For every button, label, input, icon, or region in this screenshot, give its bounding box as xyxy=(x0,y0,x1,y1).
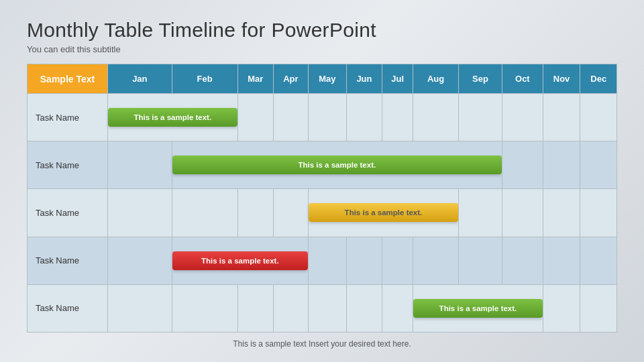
empty-cell xyxy=(108,189,172,237)
empty-cell xyxy=(502,94,543,141)
task-name-cell: Task Name xyxy=(28,94,108,141)
header-sample-text: Sample Text xyxy=(28,64,108,94)
empty-cell xyxy=(580,141,617,189)
empty-cell xyxy=(543,141,580,189)
empty-cell xyxy=(273,284,308,332)
empty-cell xyxy=(382,237,413,284)
header-apr: Apr xyxy=(273,64,308,94)
task-bar: This is a sample text. xyxy=(172,251,308,270)
bar-cell: This is a sample text. xyxy=(108,94,238,141)
table-row: Task NameThis is a sample text. xyxy=(28,237,617,284)
empty-cell xyxy=(237,189,273,237)
header-may: May xyxy=(308,64,346,94)
empty-cell xyxy=(580,189,617,237)
empty-cell xyxy=(108,237,172,284)
empty-cell xyxy=(346,284,382,332)
header-aug: Aug xyxy=(413,64,459,94)
empty-cell xyxy=(382,284,413,332)
header-jul: Jul xyxy=(382,64,413,94)
header-oct: Oct xyxy=(502,64,543,94)
empty-cell xyxy=(346,94,382,141)
header-row: Sample Text Jan Feb Mar Apr May Jun Jul … xyxy=(28,64,617,94)
empty-cell xyxy=(580,237,617,284)
empty-cell xyxy=(172,284,237,332)
empty-cell xyxy=(172,189,237,237)
empty-cell xyxy=(580,284,617,332)
header-sep: Sep xyxy=(459,64,502,94)
empty-cell xyxy=(459,94,502,141)
empty-cell xyxy=(308,94,346,141)
bar-cell: This is a sample text. xyxy=(413,284,543,332)
empty-cell xyxy=(459,237,502,284)
empty-cell xyxy=(502,189,543,237)
empty-cell xyxy=(543,237,580,284)
task-bar: This is a sample text. xyxy=(413,299,543,318)
empty-cell xyxy=(237,94,273,141)
header-jan: Jan xyxy=(108,64,172,94)
empty-cell xyxy=(273,189,308,237)
empty-cell xyxy=(459,189,502,237)
empty-cell xyxy=(308,237,346,284)
empty-cell xyxy=(108,141,172,189)
task-name-cell: Task Name xyxy=(28,141,108,189)
header-dec: Dec xyxy=(580,64,617,94)
header-nov: Nov xyxy=(543,64,580,94)
empty-cell xyxy=(108,284,172,332)
table-row: Task NameThis is a sample text. xyxy=(28,189,617,237)
table-row: Task NameThis is a sample text. xyxy=(28,94,617,141)
task-bar: This is a sample text. xyxy=(172,156,502,174)
empty-cell xyxy=(502,141,543,189)
table-row: Task NameThis is a sample text. xyxy=(28,284,617,332)
bar-cell: This is a sample text. xyxy=(172,141,502,189)
empty-cell xyxy=(502,237,543,284)
empty-cell xyxy=(382,94,413,141)
bar-cell: This is a sample text. xyxy=(172,237,308,284)
task-name-cell: Task Name xyxy=(28,284,108,332)
empty-cell xyxy=(273,94,308,141)
empty-cell xyxy=(543,94,580,141)
empty-cell xyxy=(413,237,459,284)
empty-cell xyxy=(237,284,273,332)
header-feb: Feb xyxy=(172,64,237,94)
slide: Monthly Table Timeline for PowerPoint Yo… xyxy=(0,0,644,362)
empty-cell xyxy=(413,94,459,141)
page-title: Monthly Table Timeline for PowerPoint xyxy=(27,19,617,42)
bar-cell: This is a sample text. xyxy=(308,189,458,237)
task-bar: This is a sample text. xyxy=(309,203,458,222)
empty-cell xyxy=(580,94,617,141)
empty-cell xyxy=(308,284,346,332)
footer-text: This is a sample text Insert your desire… xyxy=(27,339,617,349)
table-row: Task NameThis is a sample text. xyxy=(28,141,617,189)
empty-cell xyxy=(346,237,382,284)
timeline-table: Sample Text Jan Feb Mar Apr May Jun Jul … xyxy=(27,64,617,333)
empty-cell xyxy=(543,284,580,332)
task-name-cell: Task Name xyxy=(28,189,108,237)
subtitle: You can edit this subtitle xyxy=(27,44,617,54)
header-jun: Jun xyxy=(346,64,382,94)
task-name-cell: Task Name xyxy=(28,237,108,284)
empty-cell xyxy=(543,189,580,237)
header-mar: Mar xyxy=(237,64,273,94)
task-bar: This is a sample text. xyxy=(108,108,237,127)
